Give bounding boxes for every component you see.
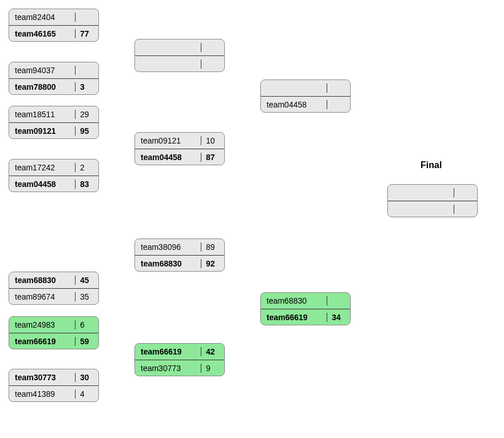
score-divider (75, 110, 76, 119)
team-name: team17242 (15, 163, 70, 172)
team-score: 34 (332, 313, 344, 322)
score-divider (75, 180, 76, 189)
team-name: team18511 (15, 110, 70, 119)
score-divider (75, 292, 76, 301)
match-row: team6883045 (9, 272, 98, 288)
team-score: 3 (80, 82, 93, 91)
score-divider (201, 347, 201, 356)
score-divider (327, 313, 327, 322)
team-score: 45 (80, 276, 93, 285)
team-score: 30 (80, 373, 93, 382)
team-name: team66619 (15, 337, 70, 346)
score-divider (201, 364, 201, 373)
team-score: 10 (206, 136, 219, 145)
team-score: 92 (206, 259, 219, 268)
match-row: team6661959 (9, 333, 98, 349)
score-divider (75, 82, 76, 91)
match-row: team3809689 (135, 239, 224, 255)
score-divider (327, 83, 327, 93)
match-row (261, 80, 350, 96)
match-row: team04458 (261, 96, 350, 112)
team-name: team38096 (141, 242, 196, 252)
team-score: 87 (206, 153, 219, 162)
score-divider (75, 373, 76, 382)
score-divider (75, 320, 76, 329)
score-divider (201, 153, 201, 162)
match-row: team68830 (261, 293, 350, 309)
match-row: team6661934 (261, 309, 350, 325)
match-row: team8967435 (9, 288, 98, 304)
score-divider (454, 205, 454, 214)
match-row: team94037 (9, 62, 98, 78)
match-row: team249836 (9, 317, 98, 333)
match-row (388, 201, 477, 217)
team-name: team66619 (141, 347, 196, 356)
match-box: team3809689team6883092 (134, 238, 225, 272)
score-divider (75, 66, 76, 75)
team-name: team66619 (267, 313, 322, 322)
score-divider (201, 43, 201, 52)
team-score: 2 (80, 163, 93, 172)
score-divider (75, 13, 76, 22)
team-name: team68830 (267, 296, 322, 305)
team-score: 35 (80, 292, 93, 301)
team-name: team09121 (15, 126, 70, 136)
match-row: team82404 (9, 9, 98, 25)
match-row: team0912110 (135, 133, 224, 149)
team-score: 29 (80, 110, 93, 119)
team-score: 6 (80, 320, 93, 329)
match-box: team6661942team307739 (134, 343, 225, 376)
match-box: team6883045team8967435 (9, 272, 99, 305)
team-name: team30773 (15, 373, 70, 382)
team-score: 9 (206, 364, 219, 373)
team-score: 83 (80, 180, 93, 189)
team-name: team78800 (15, 82, 70, 91)
match-row: team4616577 (9, 25, 98, 41)
score-divider (327, 100, 327, 109)
score-divider (75, 389, 76, 399)
match-row: team0445887 (135, 149, 224, 165)
team-name: team41389 (15, 389, 70, 399)
team-name: team68830 (141, 259, 196, 268)
match-box: team172422team0445883 (9, 159, 99, 192)
score-divider (201, 136, 201, 145)
match-row: team3077330 (9, 369, 98, 385)
match-box (134, 39, 225, 72)
match-row: team0445883 (9, 176, 98, 192)
match-box: team1851129team0912195 (9, 106, 99, 139)
match-box: team3077330team413894 (9, 369, 99, 402)
final-label: Final (420, 160, 442, 170)
team-score: 77 (80, 29, 93, 38)
score-divider (454, 188, 454, 197)
team-name: team82404 (15, 13, 70, 22)
team-name: team04458 (141, 153, 196, 162)
score-divider (201, 242, 201, 252)
team-name: team46165 (15, 29, 70, 38)
match-row: team6883092 (135, 255, 224, 271)
match-row: team172422 (9, 160, 98, 176)
score-divider (201, 259, 201, 268)
match-box (387, 184, 478, 217)
score-divider (201, 59, 201, 69)
match-row (135, 39, 224, 55)
score-divider (75, 163, 76, 172)
match-row (135, 55, 224, 71)
match-row (388, 185, 477, 201)
match-row: team413894 (9, 385, 98, 401)
team-name: team30773 (141, 364, 196, 373)
match-box: team68830team6661934 (260, 292, 351, 325)
team-name: team89674 (15, 292, 70, 301)
match-box: team94037team788003 (9, 62, 99, 95)
score-divider (75, 29, 76, 38)
team-name: team24983 (15, 320, 70, 329)
team-name: team09121 (141, 136, 196, 145)
match-box: team0912110team0445887 (134, 132, 225, 165)
match-box: team82404team4616577 (9, 9, 99, 42)
score-divider (75, 276, 76, 285)
team-name: team68830 (15, 276, 70, 285)
score-divider (327, 296, 327, 305)
team-name: team94037 (15, 66, 70, 75)
match-box: team249836team6661959 (9, 316, 99, 349)
match-row: team1851129 (9, 106, 98, 122)
team-score: 42 (206, 347, 219, 356)
